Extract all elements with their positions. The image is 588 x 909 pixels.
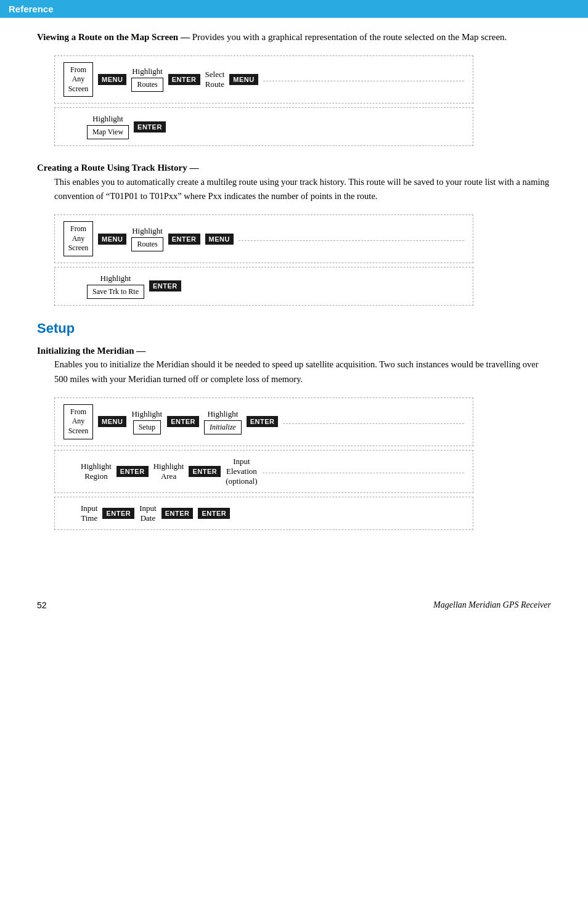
section-heading-init: Initializing the Meridian — [37, 344, 551, 358]
diagram-create-route-sub-outer: Highlight Save Trk to Rte ENTER [54, 267, 473, 306]
flow-row-3c: InputTime ENTER InputDate ENTER ENTER [63, 503, 464, 523]
input-time-label: InputTime [81, 503, 97, 523]
flow-row-3a: FromAnyScreen MENU Highlight Setup ENTER… [63, 404, 464, 439]
page-content: Viewing a Route on the Map Screen — Prov… [0, 18, 588, 569]
diagram-init-row1-outer: FromAnyScreen MENU Highlight Setup ENTER… [54, 397, 473, 446]
diagram-view-route: FromAnyScreen MENU Highlight Routes ENTE… [54, 55, 473, 147]
select-route-label: SelectRoute [205, 70, 225, 89]
body-create-route: This enables you to automatically create… [54, 175, 551, 203]
initialize-box-3: Initialize [204, 420, 242, 434]
highlight-routes-1: Highlight Routes [131, 67, 163, 92]
diagram-init-row3: InputTime ENTER InputDate ENTER ENTER [54, 497, 473, 530]
diagram-create-route-sub: Highlight Save Trk to Rte ENTER [54, 267, 473, 306]
highlight-mapview-1: Highlight Map View [87, 114, 129, 139]
input-elev-label: InputElevation(optional) [226, 457, 257, 486]
flow-row-2a: FromAnyScreen MENU Highlight Routes ENTE… [63, 221, 464, 256]
highlight-area-label: HighlightArea [153, 462, 184, 481]
menu-btn-2b: MENU [205, 234, 234, 245]
footer-page-number: 52 [37, 600, 47, 610]
dashed-line-right-3a [283, 423, 464, 424]
highlight-region-label: HighlightRegion [81, 462, 112, 481]
menu-btn-2: MENU [98, 234, 126, 245]
highlight-label-2b: Highlight [100, 274, 131, 283]
highlight-savetrk-2: Highlight Save Trk to Rte [87, 274, 144, 299]
page-footer: 52 Magellan Meridian GPS Receiver [0, 594, 588, 616]
input-date-label: InputDate [139, 503, 156, 523]
header-label: Reference [9, 4, 54, 14]
dash-view-route: — [181, 32, 190, 42]
highlight-initialize-3: Highlight Initialize [204, 409, 242, 434]
diagram-view-route-sub-outer: Highlight Map View ENTER [54, 107, 473, 146]
highlight-label-2: Highlight [132, 226, 163, 236]
highlight-label-1b: Highlight [92, 114, 123, 124]
menu-btn-1: MENU [98, 74, 126, 85]
section-heading-create-route: Creating a Route Using Track History — [37, 161, 551, 175]
enter-btn-3g: ENTER [198, 508, 230, 519]
from-any-screen-1: FromAnyScreen [63, 62, 93, 97]
enter-btn-1: ENTER [168, 74, 200, 85]
header-bar: Reference [0, 0, 588, 18]
setup-section-title: Setup [37, 320, 551, 336]
diagram-view-route-sub: Highlight Map View ENTER [54, 107, 473, 146]
highlight-setup-3: Highlight Setup [131, 409, 162, 434]
select-route-1: SelectRoute [205, 70, 225, 89]
flow-row-3b: HighlightRegion ENTER HighlightArea ENTE… [63, 457, 464, 486]
heading-text-view-route: Viewing a Route on the Map Screen [37, 32, 178, 42]
highlight-label-3b: Highlight [207, 409, 238, 419]
highlight-label-1: Highlight [132, 67, 163, 76]
diagram-init-row2: HighlightRegion ENTER HighlightArea ENTE… [54, 450, 473, 493]
diagram-view-route-outer: FromAnyScreen MENU Highlight Routes ENTE… [54, 55, 473, 104]
flow-row-1a: FromAnyScreen MENU Highlight Routes ENTE… [63, 62, 464, 97]
dashed-line-right-1 [263, 81, 464, 81]
menu-btn-1b: MENU [229, 74, 258, 85]
enter-btn-3c: ENTER [116, 466, 149, 477]
highlight-routes-2: Highlight Routes [131, 226, 163, 251]
savetrk-box-2: Save Trk to Rte [87, 285, 144, 299]
input-date-3: InputDate [139, 503, 156, 523]
enter-btn-2b: ENTER [149, 280, 181, 291]
mapview-box-1: Map View [87, 125, 129, 139]
highlight-region-3: HighlightRegion [81, 462, 112, 481]
flow-row-2b: Highlight Save Trk to Rte ENTER [63, 274, 464, 299]
flow-row-1b: Highlight Map View ENTER [63, 114, 464, 139]
section-init-meridian: Initializing the Meridian — Enables you … [37, 344, 551, 386]
dashed-line-right-2 [239, 240, 464, 241]
body-intro-view-route: Provides you with a graphical representa… [192, 32, 507, 42]
highlight-area-3: HighlightArea [153, 462, 184, 481]
enter-btn-3a: ENTER [167, 416, 199, 427]
dash-init: — [136, 346, 145, 356]
body-init: Enables you to initialize the Meridian s… [54, 357, 551, 386]
enter-btn-2: ENTER [168, 234, 200, 245]
dashed-line-right-3b [263, 473, 464, 473]
from-any-screen-3: FromAnyScreen [63, 404, 93, 439]
enter-btn-3b: ENTER [247, 416, 279, 427]
diagram-init: FromAnyScreen MENU Highlight Setup ENTER… [54, 397, 473, 530]
enter-btn-3e: ENTER [102, 508, 134, 519]
menu-btn-3: MENU [98, 416, 126, 427]
heading-text-create-route: Creating a Route Using Track History [37, 163, 187, 173]
diagram-init-row3-outer: InputTime ENTER InputDate ENTER ENTER [54, 497, 473, 530]
highlight-label-3: Highlight [131, 409, 162, 419]
input-elevation-3: InputElevation(optional) [226, 457, 257, 486]
section-heading-view-route: Viewing a Route on the Map Screen — Prov… [37, 30, 551, 44]
diagram-create-route-outer: FromAnyScreen MENU Highlight Routes ENTE… [54, 214, 473, 263]
enter-btn-3f: ENTER [161, 508, 194, 519]
footer-title: Magellan Meridian GPS Receiver [433, 600, 551, 610]
setup-box-3: Setup [133, 420, 161, 434]
input-time-3: InputTime [81, 503, 97, 523]
diagram-create-route: FromAnyScreen MENU Highlight Routes ENTE… [54, 214, 473, 306]
routes-box-2: Routes [131, 237, 163, 251]
diagram-init-row2-outer: HighlightRegion ENTER HighlightArea ENTE… [54, 450, 473, 493]
section-create-route: Creating a Route Using Track History — T… [37, 161, 551, 203]
from-any-screen-2: FromAnyScreen [63, 221, 93, 256]
enter-btn-3d: ENTER [189, 466, 221, 477]
heading-text-init: Initializing the Meridian [37, 346, 134, 356]
enter-btn-1b: ENTER [134, 121, 166, 132]
dash-create-route: — [190, 163, 199, 173]
section-view-route: Viewing a Route on the Map Screen — Prov… [37, 30, 551, 44]
routes-box-1: Routes [131, 78, 163, 92]
